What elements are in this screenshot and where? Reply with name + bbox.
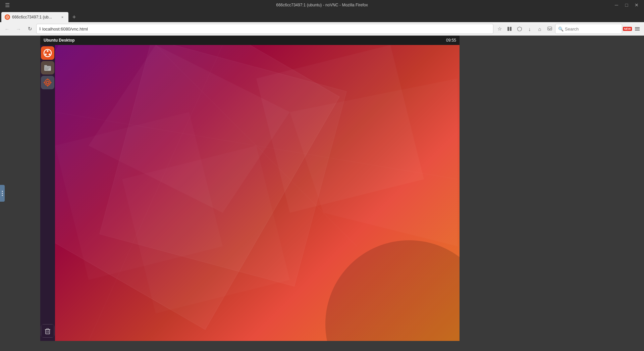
svg-point-21 <box>46 81 49 84</box>
svg-line-37 <box>156 45 357 246</box>
svg-marker-36 <box>55 112 223 280</box>
svg-marker-34 <box>122 146 290 313</box>
vnc-sidebar-handle[interactable] <box>0 185 5 202</box>
back-button[interactable]: ← <box>2 24 12 34</box>
svg-rect-3 <box>510 27 512 31</box>
svg-rect-5 <box>635 27 640 28</box>
svg-rect-18 <box>45 67 50 68</box>
ubuntu-clock: 09:55 <box>446 38 456 43</box>
ubuntu-topbar: Ubuntu Desktop 09:55 <box>40 36 460 45</box>
tab-favicon <box>5 14 10 20</box>
extensions-button[interactable] <box>633 24 642 34</box>
firefox-window: ☰ 666c6cc73497:1 (ubuntu) - noVNC - Mozi… <box>0 0 644 351</box>
svg-point-12 <box>47 50 49 52</box>
forward-button[interactable]: → <box>13 24 23 34</box>
reader-mode-button[interactable] <box>505 24 514 34</box>
svg-line-38 <box>55 112 458 179</box>
title-bar: ☰ 666c6cc73497:1 (ubuntu) - noVNC - Mozi… <box>0 0 644 10</box>
svg-rect-2 <box>507 27 509 31</box>
download-button[interactable]: ↓ <box>525 24 534 34</box>
svg-rect-19 <box>45 68 49 69</box>
svg-point-1 <box>7 17 8 18</box>
pocket-button[interactable] <box>545 24 554 34</box>
svg-point-8 <box>2 191 3 192</box>
toolbar-right: ☆ ↓ ⌂ 🔍 <box>495 24 642 34</box>
ubuntu-dash-icon[interactable] <box>41 46 54 60</box>
svg-rect-27 <box>46 330 50 334</box>
svg-marker-33 <box>256 45 424 213</box>
nav-bar: ← → ↻ ℹ ☆ ↓ ⌂ <box>0 22 644 36</box>
vnc-content[interactable]: Ubuntu Desktop 09:55 <box>0 36 644 351</box>
svg-point-14 <box>49 54 50 55</box>
close-button[interactable]: ✕ <box>632 0 641 10</box>
active-tab[interactable]: 666c6cc73497:1 (ub... × <box>1 12 68 22</box>
minimize-button[interactable]: ─ <box>612 0 621 10</box>
search-container[interactable]: 🔍 <box>555 24 622 34</box>
address-bar-container[interactable]: ℹ <box>36 24 493 34</box>
ubuntu-desktop: Ubuntu Desktop 09:55 <box>40 36 460 341</box>
files-icon[interactable] <box>41 61 54 74</box>
search-input[interactable] <box>565 27 615 32</box>
svg-rect-29 <box>47 329 49 330</box>
ubuntu-desktop-label: Ubuntu Desktop <box>44 38 75 43</box>
tab-close-button[interactable]: × <box>60 14 65 20</box>
ubuntu-wallpaper[interactable] <box>55 45 460 341</box>
svg-line-39 <box>89 45 223 341</box>
maximize-button[interactable]: □ <box>622 0 631 10</box>
shield-button[interactable] <box>515 24 524 34</box>
new-tab-button[interactable]: + <box>69 12 79 22</box>
window-title: 666c6cc73497:1 (ubuntu) - noVNC - Mozill… <box>276 3 368 7</box>
svg-rect-6 <box>635 29 640 29</box>
home-button[interactable]: ⌂ <box>535 24 544 34</box>
decorative-circle <box>325 240 460 341</box>
unity-launcher <box>40 45 55 341</box>
tab-title: 666c6cc73497:1 (ub... <box>12 15 58 19</box>
window-controls: ─ □ ✕ <box>612 0 641 10</box>
svg-rect-7 <box>635 30 640 31</box>
svg-marker-32 <box>89 45 290 213</box>
svg-rect-17 <box>44 65 47 67</box>
tab-bar: 666c6cc73497:1 (ub... × + <box>0 10 644 22</box>
svg-point-13 <box>45 54 47 55</box>
trash-icon[interactable] <box>41 324 54 338</box>
reload-button[interactable]: ↻ <box>25 24 35 34</box>
system-settings-icon[interactable] <box>41 76 54 89</box>
lock-icon: ℹ <box>39 27 41 31</box>
address-bar[interactable] <box>42 27 490 32</box>
svg-point-9 <box>2 193 3 194</box>
menu-button[interactable]: ☰ <box>3 0 12 10</box>
svg-marker-35 <box>290 79 458 246</box>
svg-rect-20 <box>45 69 48 70</box>
search-icon: 🔍 <box>558 27 564 32</box>
svg-point-10 <box>2 195 3 196</box>
bookmark-button[interactable]: ☆ <box>495 24 504 34</box>
new-badge: NEW <box>623 27 632 31</box>
